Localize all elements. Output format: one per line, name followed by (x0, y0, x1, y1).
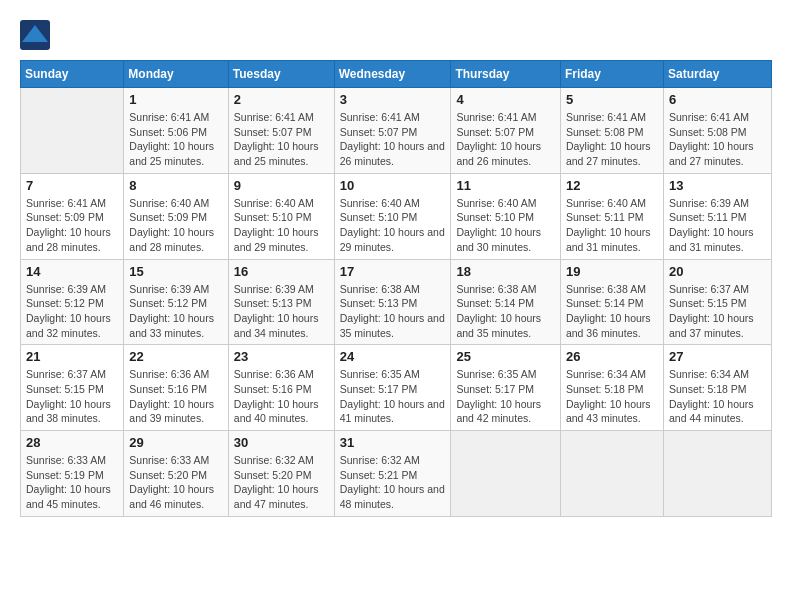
calendar-cell: 22 Sunrise: 6:36 AM Sunset: 5:16 PM Dayl… (124, 345, 228, 431)
day-info: Sunrise: 6:36 AM Sunset: 5:16 PM Dayligh… (234, 367, 329, 426)
day-info: Sunrise: 6:35 AM Sunset: 5:17 PM Dayligh… (340, 367, 446, 426)
calendar-cell: 30 Sunrise: 6:32 AM Sunset: 5:20 PM Dayl… (228, 431, 334, 517)
day-info: Sunrise: 6:33 AM Sunset: 5:19 PM Dayligh… (26, 453, 118, 512)
sunrise-text: Sunrise: 6:38 AM (566, 283, 646, 295)
day-number: 27 (669, 349, 766, 364)
day-info: Sunrise: 6:39 AM Sunset: 5:12 PM Dayligh… (26, 282, 118, 341)
day-number: 10 (340, 178, 446, 193)
day-number: 7 (26, 178, 118, 193)
daylight-text: Daylight: 10 hours and 27 minutes. (566, 140, 651, 167)
logo-icon (20, 20, 50, 50)
calendar-cell: 18 Sunrise: 6:38 AM Sunset: 5:14 PM Dayl… (451, 259, 561, 345)
sunset-text: Sunset: 5:17 PM (340, 383, 418, 395)
header-saturday: Saturday (663, 61, 771, 88)
daylight-text: Daylight: 10 hours and 41 minutes. (340, 398, 445, 425)
header-tuesday: Tuesday (228, 61, 334, 88)
calendar-cell: 3 Sunrise: 6:41 AM Sunset: 5:07 PM Dayli… (334, 88, 451, 174)
sunset-text: Sunset: 5:18 PM (669, 383, 747, 395)
day-info: Sunrise: 6:38 AM Sunset: 5:14 PM Dayligh… (456, 282, 555, 341)
day-info: Sunrise: 6:41 AM Sunset: 5:08 PM Dayligh… (566, 110, 658, 169)
daylight-text: Daylight: 10 hours and 37 minutes. (669, 312, 754, 339)
calendar-cell: 1 Sunrise: 6:41 AM Sunset: 5:06 PM Dayli… (124, 88, 228, 174)
day-number: 9 (234, 178, 329, 193)
calendar-cell: 24 Sunrise: 6:35 AM Sunset: 5:17 PM Dayl… (334, 345, 451, 431)
daylight-text: Daylight: 10 hours and 31 minutes. (669, 226, 754, 253)
calendar-cell: 15 Sunrise: 6:39 AM Sunset: 5:12 PM Dayl… (124, 259, 228, 345)
sunrise-text: Sunrise: 6:41 AM (26, 197, 106, 209)
daylight-text: Daylight: 10 hours and 29 minutes. (340, 226, 445, 253)
header-thursday: Thursday (451, 61, 561, 88)
sunset-text: Sunset: 5:10 PM (456, 211, 534, 223)
calendar-cell: 5 Sunrise: 6:41 AM Sunset: 5:08 PM Dayli… (560, 88, 663, 174)
sunrise-text: Sunrise: 6:34 AM (566, 368, 646, 380)
day-info: Sunrise: 6:40 AM Sunset: 5:10 PM Dayligh… (234, 196, 329, 255)
calendar-cell (21, 88, 124, 174)
sunrise-text: Sunrise: 6:32 AM (340, 454, 420, 466)
calendar-cell: 20 Sunrise: 6:37 AM Sunset: 5:15 PM Dayl… (663, 259, 771, 345)
daylight-text: Daylight: 10 hours and 31 minutes. (566, 226, 651, 253)
sunrise-text: Sunrise: 6:41 AM (340, 111, 420, 123)
daylight-text: Daylight: 10 hours and 26 minutes. (340, 140, 445, 167)
calendar-cell: 11 Sunrise: 6:40 AM Sunset: 5:10 PM Dayl… (451, 173, 561, 259)
sunset-text: Sunset: 5:12 PM (26, 297, 104, 309)
sunrise-text: Sunrise: 6:38 AM (456, 283, 536, 295)
sunrise-text: Sunrise: 6:41 AM (234, 111, 314, 123)
day-number: 6 (669, 92, 766, 107)
sunset-text: Sunset: 5:09 PM (129, 211, 207, 223)
sunset-text: Sunset: 5:07 PM (234, 126, 312, 138)
sunset-text: Sunset: 5:08 PM (669, 126, 747, 138)
day-info: Sunrise: 6:41 AM Sunset: 5:07 PM Dayligh… (234, 110, 329, 169)
page-header (20, 20, 772, 50)
calendar-cell: 2 Sunrise: 6:41 AM Sunset: 5:07 PM Dayli… (228, 88, 334, 174)
day-number: 28 (26, 435, 118, 450)
sunrise-text: Sunrise: 6:41 AM (669, 111, 749, 123)
header-wednesday: Wednesday (334, 61, 451, 88)
daylight-text: Daylight: 10 hours and 25 minutes. (234, 140, 319, 167)
daylight-text: Daylight: 10 hours and 32 minutes. (26, 312, 111, 339)
day-number: 5 (566, 92, 658, 107)
week-row-1: 1 Sunrise: 6:41 AM Sunset: 5:06 PM Dayli… (21, 88, 772, 174)
daylight-text: Daylight: 10 hours and 35 minutes. (340, 312, 445, 339)
day-info: Sunrise: 6:40 AM Sunset: 5:11 PM Dayligh… (566, 196, 658, 255)
calendar-cell: 7 Sunrise: 6:41 AM Sunset: 5:09 PM Dayli… (21, 173, 124, 259)
sunrise-text: Sunrise: 6:39 AM (234, 283, 314, 295)
daylight-text: Daylight: 10 hours and 43 minutes. (566, 398, 651, 425)
calendar-cell: 6 Sunrise: 6:41 AM Sunset: 5:08 PM Dayli… (663, 88, 771, 174)
day-number: 20 (669, 264, 766, 279)
day-info: Sunrise: 6:37 AM Sunset: 5:15 PM Dayligh… (26, 367, 118, 426)
day-number: 14 (26, 264, 118, 279)
daylight-text: Daylight: 10 hours and 38 minutes. (26, 398, 111, 425)
sunrise-text: Sunrise: 6:39 AM (26, 283, 106, 295)
day-number: 4 (456, 92, 555, 107)
day-number: 8 (129, 178, 222, 193)
day-number: 23 (234, 349, 329, 364)
daylight-text: Daylight: 10 hours and 30 minutes. (456, 226, 541, 253)
day-number: 31 (340, 435, 446, 450)
calendar-cell: 25 Sunrise: 6:35 AM Sunset: 5:17 PM Dayl… (451, 345, 561, 431)
sunset-text: Sunset: 5:06 PM (129, 126, 207, 138)
calendar-cell: 27 Sunrise: 6:34 AM Sunset: 5:18 PM Dayl… (663, 345, 771, 431)
calendar-cell: 17 Sunrise: 6:38 AM Sunset: 5:13 PM Dayl… (334, 259, 451, 345)
sunrise-text: Sunrise: 6:39 AM (129, 283, 209, 295)
calendar-cell: 19 Sunrise: 6:38 AM Sunset: 5:14 PM Dayl… (560, 259, 663, 345)
day-number: 21 (26, 349, 118, 364)
calendar-cell: 16 Sunrise: 6:39 AM Sunset: 5:13 PM Dayl… (228, 259, 334, 345)
sunrise-text: Sunrise: 6:36 AM (234, 368, 314, 380)
day-info: Sunrise: 6:32 AM Sunset: 5:21 PM Dayligh… (340, 453, 446, 512)
calendar-cell (451, 431, 561, 517)
sunrise-text: Sunrise: 6:39 AM (669, 197, 749, 209)
daylight-text: Daylight: 10 hours and 47 minutes. (234, 483, 319, 510)
sunset-text: Sunset: 5:14 PM (566, 297, 644, 309)
daylight-text: Daylight: 10 hours and 29 minutes. (234, 226, 319, 253)
sunrise-text: Sunrise: 6:35 AM (456, 368, 536, 380)
daylight-text: Daylight: 10 hours and 28 minutes. (129, 226, 214, 253)
sunset-text: Sunset: 5:10 PM (234, 211, 312, 223)
sunset-text: Sunset: 5:17 PM (456, 383, 534, 395)
day-info: Sunrise: 6:40 AM Sunset: 5:10 PM Dayligh… (456, 196, 555, 255)
daylight-text: Daylight: 10 hours and 39 minutes. (129, 398, 214, 425)
sunrise-text: Sunrise: 6:41 AM (129, 111, 209, 123)
day-number: 29 (129, 435, 222, 450)
daylight-text: Daylight: 10 hours and 40 minutes. (234, 398, 319, 425)
calendar-cell: 9 Sunrise: 6:40 AM Sunset: 5:10 PM Dayli… (228, 173, 334, 259)
day-number: 26 (566, 349, 658, 364)
